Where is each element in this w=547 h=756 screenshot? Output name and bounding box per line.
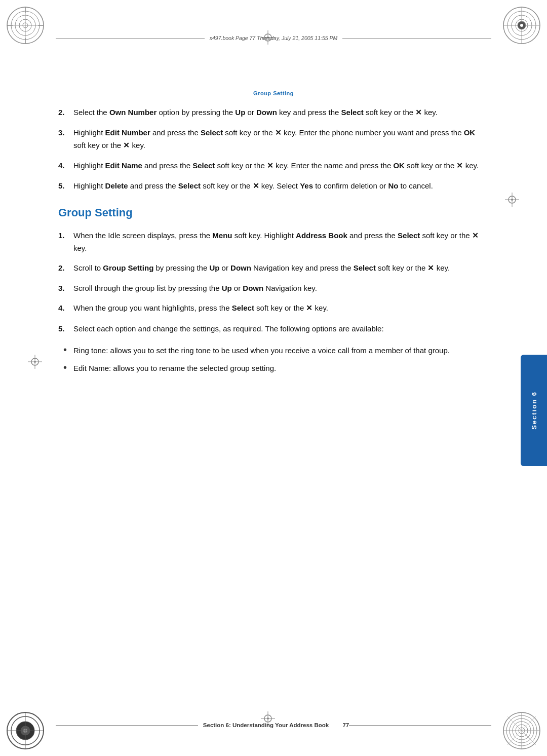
list-item-5: 5. Highlight Delete and press the Select… — [58, 180, 489, 192]
group-list-item-3: 3. Scroll through the group list by pres… — [58, 282, 489, 294]
group-list-number-2: 2. — [58, 262, 70, 274]
list-text-5: Highlight Delete and press the Select so… — [73, 180, 489, 192]
header-line-right — [342, 38, 491, 39]
group-list-text-3: Scroll through the group list by pressin… — [73, 282, 489, 294]
page: x497.book Page 77 Thursday, July 21, 200… — [0, 0, 547, 756]
main-content: 2. Select the Own Number option by press… — [58, 106, 489, 695]
book-header-text: x497.book Page 77 Thursday, July 21, 200… — [205, 35, 343, 41]
group-list-item-2: 2. Scroll to Group Setting by pressing t… — [58, 262, 489, 274]
group-list-text-2: Scroll to Group Setting by pressing the … — [73, 262, 489, 274]
list-number-4: 4. — [58, 160, 70, 172]
list-text-4: Highlight Edit Name and press the Select… — [73, 160, 489, 172]
list-number-2: 2. — [58, 106, 70, 119]
list-text-2: Select the Own Number option by pressing… — [73, 106, 489, 119]
top-numbered-list: 2. Select the Own Number option by press… — [58, 106, 489, 192]
bullet-dot-2: • — [63, 361, 73, 373]
list-number-3: 3. — [58, 127, 70, 152]
group-list-text-1: When the Idle screen displays, press the… — [73, 230, 489, 254]
group-list-item-5: 5. Select each option and change the set… — [58, 323, 489, 334]
page-footer: Section 6: Understanding Your Address Bo… — [0, 722, 547, 728]
group-list-item-4: 4. When the group you want highlights, p… — [58, 302, 489, 314]
group-list-number-3: 3. — [58, 282, 70, 294]
list-text-3: Highlight Edit Number and press the Sele… — [73, 127, 489, 152]
section-tab: Section 6 — [521, 355, 547, 466]
list-item-4: 4. Highlight Edit Name and press the Sel… — [58, 160, 489, 172]
section-tab-text: Section 6 — [530, 391, 538, 430]
list-item-2: 2. Select the Own Number option by press… — [58, 106, 489, 119]
crosshair-left — [28, 355, 42, 369]
group-numbered-list: 1. When the Idle screen displays, press … — [58, 230, 489, 334]
section-heading: Group Setting — [58, 206, 489, 219]
footer-text: Section 6: Understanding Your Address Bo… — [198, 722, 334, 728]
bullet-item-ringtone: • Ring tone: allows you to set the ring … — [63, 345, 489, 356]
running-header: Group Setting — [0, 90, 547, 96]
bullet-list: • Ring tone: allows you to set the ring … — [63, 345, 489, 374]
group-list-number-4: 4. — [58, 302, 70, 314]
bullet-text-editname: Edit Name: allows you to rename the sele… — [73, 362, 276, 374]
group-list-text-5: Select each option and change the settin… — [73, 323, 489, 334]
list-item-3: 3. Highlight Edit Number and press the S… — [58, 127, 489, 152]
group-list-number-1: 1. — [58, 230, 70, 254]
bullet-dot-1: • — [63, 344, 73, 356]
corner-decoration-br — [501, 710, 542, 751]
group-list-number-5: 5. — [58, 323, 70, 334]
bullet-text-ringtone: Ring tone: allows you to set the ring to… — [73, 345, 450, 356]
bullet-item-editname: • Edit Name: allows you to rename the se… — [63, 362, 489, 374]
header-line-left — [56, 38, 205, 39]
footer-page-number: 77 — [334, 722, 349, 728]
footer-line-right — [349, 725, 491, 726]
book-header: x497.book Page 77 Thursday, July 21, 200… — [0, 28, 547, 48]
group-list-text-4: When the group you want highlights, pres… — [73, 302, 489, 314]
svg-point-19 — [520, 24, 523, 27]
corner-decoration-bl — [5, 710, 46, 751]
group-list-item-1: 1. When the Idle screen displays, press … — [58, 230, 489, 254]
crosshair-right-top — [505, 193, 519, 207]
list-number-5: 5. — [58, 180, 70, 192]
footer-line-left — [56, 725, 198, 726]
